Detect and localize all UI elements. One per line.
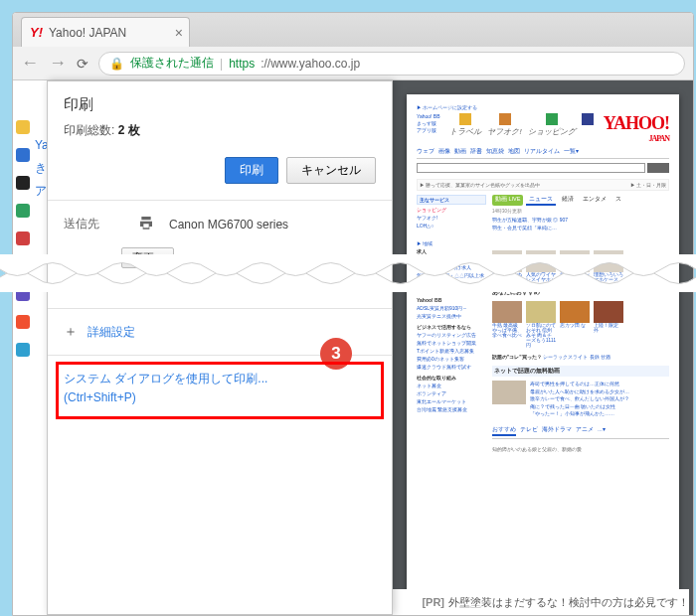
toplink: Yahoo! BB [417, 113, 440, 120]
banner-text: ▶ 勝って応援、菓菓家のサイン色紙やグッズを出品中 [420, 182, 540, 188]
tab-title: Yahoo! JAPAN [49, 26, 126, 40]
search-tabs: ウェブ画像動画辞書知恵袋地図リアルタイム一覧▾ [417, 147, 669, 159]
reload-icon[interactable]: ⟳ [77, 56, 88, 72]
browser-window: Y! Yahoo! JAPAN × ← → ⟳ 🔒 保護された通信 | http… [12, 12, 694, 616]
secure-label: 保護された通信 [130, 55, 214, 72]
yahoo-favicon-icon: Y! [30, 25, 43, 40]
toplink: きっず版 [417, 120, 440, 127]
url-field[interactable]: 🔒 保護された通信 | https://www.yahoo.co.jp [98, 52, 685, 76]
cancel-button[interactable]: キャンセル [286, 157, 376, 184]
total-value: 2 枚 [118, 123, 140, 137]
close-icon[interactable]: × [175, 25, 183, 41]
system-dialog-text: システム ダイアログを使用して印刷... [64, 370, 376, 388]
printer-icon [137, 215, 155, 233]
total-label: 印刷総数: [64, 123, 114, 137]
banner-text: ▶ 土・日・月限 [630, 182, 666, 188]
url-scheme: https [229, 57, 255, 71]
home-link: ▶ ホームページに設定する [417, 104, 669, 110]
forward-icon[interactable]: → [49, 53, 67, 74]
print-preview: ▶ ホームページに設定する Yahoo! BB きっず版 アプリ版 トラベル ヤ… [393, 80, 693, 615]
pr-text: 外壁塗装はまだするな！検討中の方は必見です！ [448, 596, 689, 608]
yahoo-logo: YAHOO!JAPAN [604, 113, 669, 143]
toplink: アプリ版 [417, 127, 440, 134]
address-bar: ← → ⟳ 🔒 保護された通信 | https://www.yahoo.co.j… [13, 47, 693, 80]
search-button [647, 163, 669, 173]
system-dialog-shortcut: (Ctrl+Shift+P) [64, 388, 376, 407]
callout-badge: 3 [320, 338, 352, 370]
search-input [417, 163, 645, 173]
preview-page: ▶ ホームページに設定する Yahoo! BB きっず版 アプリ版 トラベル ヤ… [407, 94, 679, 611]
back-icon[interactable]: ← [21, 53, 39, 74]
plus-icon: ＋ [64, 323, 78, 341]
preview-main: 動画 LIVE ニュース 経済 エンタメ ス 14時30分更新 羽生が五輪連覇、… [492, 195, 669, 452]
browser-tab[interactable]: Y! Yahoo! JAPAN × [21, 17, 190, 47]
icon-label: トラベル [449, 126, 481, 137]
printer-name: Canon MG6700 series [169, 218, 288, 231]
destination-label: 送信先 [64, 216, 123, 232]
icon-label: ヤフオク! [487, 126, 521, 137]
lock-icon: 🔒 [109, 57, 124, 71]
system-dialog-link[interactable]: 3 システム ダイアログを使用して印刷... (Ctrl+Shift+P) [48, 356, 392, 421]
preview-sidebar: 主なサービス ショッピング ヤフオク! LOH△○ ▶ 地域 求人 転職 バイト… [417, 195, 486, 452]
separator: | [220, 57, 223, 71]
search-box [417, 163, 669, 173]
tab-strip: Y! Yahoo! JAPAN × [13, 13, 693, 47]
header-service-icons: トラベル ヤフオク! ショッピング [449, 113, 593, 137]
print-title: 印刷 [64, 95, 376, 114]
torn-edge-icon [0, 254, 696, 284]
bookmark-strip [13, 80, 33, 615]
more-settings-label: 詳細設定 [87, 324, 135, 341]
url-rest: ://www.yahoo.co.jp [261, 57, 360, 71]
print-dialog: 印刷 印刷総数: 2 枚 印刷 キャンセル 送信先 Canon MG6700 s… [47, 80, 393, 615]
print-total: 印刷総数: 2 枚 [64, 122, 376, 139]
destination-row: 送信先 Canon MG6700 series [48, 201, 392, 247]
content-area: Ya きっ アフ 印刷 印刷総数: 2 枚 印刷 キャンセル 送信先 [13, 80, 693, 615]
icon-label: ショッピング [528, 126, 576, 137]
print-button[interactable]: 印刷 [225, 157, 278, 184]
